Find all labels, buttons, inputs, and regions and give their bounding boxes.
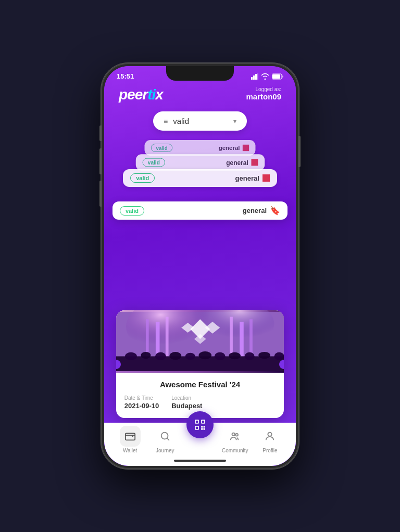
- svg-rect-10: [146, 319, 149, 356]
- ticket-badge-4: valid: [120, 206, 144, 216]
- stacked-ticket-4[interactable]: valid general 🔖: [113, 201, 288, 220]
- svg-rect-19: [116, 356, 284, 371]
- ticket-badge-2: valid: [142, 158, 165, 167]
- user-info: Logged as: marton09: [246, 86, 281, 101]
- svg-rect-38: [204, 426, 205, 427]
- silent-button: [99, 125, 102, 141]
- svg-point-21: [141, 352, 151, 359]
- svg-rect-11: [166, 317, 169, 357]
- svg-rect-1: [253, 75, 255, 80]
- svg-point-30: [274, 352, 284, 360]
- svg-point-26: [215, 352, 226, 360]
- svg-point-24: [185, 353, 195, 360]
- journey-icon: [159, 430, 171, 442]
- svg-rect-0: [251, 77, 253, 80]
- phone-frame: 15:51: [101, 63, 299, 469]
- ticket-stack-area: valid general valid general: [104, 139, 296, 423]
- filter-dropdown[interactable]: ≡ valid ▾: [153, 111, 247, 131]
- nav-wallet[interactable]: Wallet: [113, 426, 147, 453]
- username-display: marton09: [246, 92, 281, 101]
- svg-point-44: [236, 434, 239, 436]
- volume-down-button: [99, 181, 102, 207]
- stacked-ticket-2[interactable]: valid general: [135, 154, 264, 170]
- ticket-type-2: general: [226, 159, 258, 166]
- svg-rect-32: [196, 421, 198, 423]
- profile-nav-label: Profile: [262, 448, 277, 453]
- qr-scan-button[interactable]: [186, 411, 214, 438]
- date-label: Date & Time: [124, 395, 159, 401]
- nav-community[interactable]: Community: [218, 426, 253, 453]
- ticket-badge-1: valid: [151, 144, 172, 152]
- volume-up-button: [99, 148, 102, 174]
- location-meta: Location Budapest: [171, 395, 202, 410]
- svg-point-27: [229, 352, 241, 359]
- svg-rect-36: [196, 427, 198, 429]
- svg-rect-12: [240, 322, 244, 356]
- date-value: 2021-09-10: [124, 402, 159, 410]
- main-ticket[interactable]: Awesome Festival '24 Date & Time 2021-09…: [116, 310, 284, 418]
- svg-point-25: [198, 351, 211, 359]
- svg-point-22: [155, 352, 166, 360]
- battery-icon: [272, 73, 283, 80]
- flag-icon-1: [243, 145, 249, 151]
- svg-rect-13: [249, 319, 253, 356]
- svg-point-29: [258, 352, 270, 359]
- filter-lines-icon: ≡: [164, 117, 168, 125]
- community-icon: [229, 430, 241, 442]
- qr-code-icon: [193, 418, 207, 432]
- ticket-badge-3: valid: [130, 173, 155, 183]
- status-icons: [251, 73, 283, 80]
- app-logo: peertix: [119, 86, 163, 103]
- filter-row: ≡ valid ▾: [104, 109, 296, 139]
- event-image: [116, 310, 284, 373]
- bottom-nav: Wallet Journey: [104, 423, 296, 466]
- svg-point-43: [232, 433, 235, 436]
- svg-rect-5: [272, 74, 280, 79]
- community-nav-label: Community: [222, 448, 248, 453]
- date-meta: Date & Time 2021-09-10: [124, 395, 159, 410]
- location-label: Location: [171, 395, 202, 401]
- ticket-stack: valid general valid general: [113, 139, 288, 233]
- home-indicator: [174, 460, 226, 462]
- filter-value: valid: [173, 117, 228, 125]
- status-time: 15:51: [117, 72, 134, 80]
- wallet-nav-label: Wallet: [123, 448, 137, 453]
- flag-icon-3: [262, 174, 270, 182]
- profile-icon: [264, 430, 276, 442]
- phone-screen: 15:51: [104, 66, 296, 466]
- svg-rect-14: [230, 317, 233, 357]
- svg-rect-2: [255, 74, 257, 80]
- svg-rect-40: [204, 428, 205, 430]
- svg-rect-34: [202, 421, 204, 423]
- event-name: Awesome Festival '24: [124, 380, 276, 389]
- ticket-type-4: general 🔖: [243, 206, 280, 216]
- community-icon-wrap: [224, 426, 245, 447]
- profile-icon-wrap: [259, 426, 280, 447]
- stacked-ticket-1[interactable]: valid general: [145, 140, 256, 156]
- wallet-icon-wrap: [120, 426, 141, 447]
- svg-rect-9: [156, 322, 160, 356]
- bookmark-icon: 🔖: [270, 206, 280, 216]
- journey-icon-wrap: [155, 426, 176, 447]
- svg-point-20: [125, 352, 137, 360]
- svg-point-45: [268, 433, 272, 436]
- signal-icon: [251, 73, 258, 80]
- nav-profile[interactable]: Profile: [253, 426, 288, 453]
- svg-rect-3: [257, 73, 258, 80]
- svg-point-28: [244, 352, 254, 360]
- svg-rect-41: [125, 434, 134, 440]
- svg-point-42: [161, 433, 168, 439]
- svg-point-23: [169, 352, 181, 360]
- wifi-icon: [261, 73, 269, 80]
- svg-rect-37: [201, 426, 203, 427]
- chevron-down-icon: ▾: [233, 118, 236, 125]
- nav-journey[interactable]: Journey: [147, 426, 182, 453]
- flag-icon-2: [251, 159, 258, 166]
- ticket-type-1: general: [219, 144, 249, 151]
- logged-as-label: Logged as:: [246, 86, 281, 92]
- ticket-meta: Date & Time 2021-09-10 Location Budapest: [124, 395, 276, 410]
- wallet-icon: [124, 430, 136, 442]
- concert-stage-svg: [116, 310, 284, 373]
- app-header: peertix Logged as: marton09: [104, 82, 296, 109]
- stacked-ticket-3[interactable]: valid general: [123, 169, 277, 187]
